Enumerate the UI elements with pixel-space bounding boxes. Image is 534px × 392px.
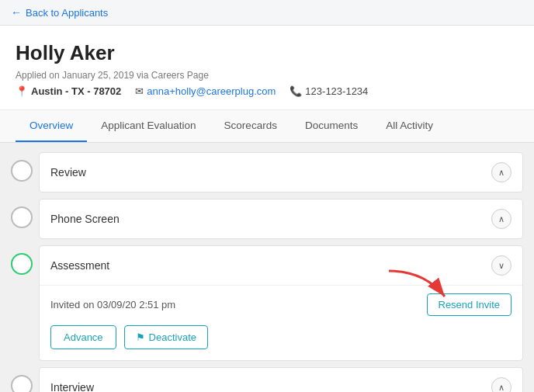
stage-title-assessment: Assessment — [50, 259, 109, 272]
chevron-review[interactable]: ∧ — [491, 162, 511, 182]
email-item: ✉ anna+holly@careerplug.com — [135, 85, 276, 97]
stage-card-phone-screen: Phone Screen ∧ — [39, 199, 523, 239]
stage-circle-review — [11, 160, 33, 182]
tab-all-activity[interactable]: All Activity — [372, 110, 447, 142]
applicant-name: Holly Aker — [16, 41, 518, 65]
chevron-assessment[interactable]: ∨ — [491, 255, 511, 276]
resend-invite-button[interactable]: Resend Invite — [427, 293, 512, 316]
stage-row-assessment: Assessment ∨ Invited on 03/09/20 2:51 pm — [11, 245, 523, 361]
stage-header-interview[interactable]: Interview ∧ — [40, 368, 522, 392]
invite-row: Invited on 03/09/20 2:51 pm Resend Invit… — [50, 293, 511, 316]
stage-body-assessment: Invited on 03/09/20 2:51 pm Resend Invit… — [40, 285, 522, 360]
stage-card-review: Review ∧ — [39, 152, 523, 193]
stage-header-assessment[interactable]: Assessment ∨ — [40, 246, 522, 285]
advance-button[interactable]: Advance — [50, 325, 116, 349]
stage-header-phone-screen[interactable]: Phone Screen ∧ — [40, 199, 522, 238]
stage-title-review: Review — [50, 166, 86, 179]
deactivate-button[interactable]: ⚑ Deactivate — [124, 325, 208, 349]
tab-documents[interactable]: Documents — [291, 110, 372, 142]
email-icon: ✉ — [135, 85, 144, 97]
stage-row-interview: Interview ∧ — [11, 367, 523, 392]
invite-text: Invited on 03/09/20 2:51 pm — [50, 299, 175, 310]
contact-info: 📍 Austin - TX - 78702 ✉ anna+holly@caree… — [16, 85, 518, 97]
stage-title-interview: Interview — [50, 381, 94, 392]
email-link[interactable]: anna+holly@careerplug.com — [147, 85, 276, 97]
stage-row-review: Review ∧ — [11, 152, 523, 193]
stage-header-review[interactable]: Review ∧ — [40, 153, 522, 192]
action-buttons: Advance ⚑ Deactivate — [50, 325, 511, 349]
tab-applicant-evaluation[interactable]: Applicant Evaluation — [87, 110, 210, 142]
main-content: Review ∧ Phone Screen ∧ Assessment ∨ Inv… — [0, 143, 534, 392]
phone-item: 📞 123-123-1234 — [290, 85, 368, 97]
top-nav: ← Back to Applicants — [0, 0, 534, 26]
deactivate-icon: ⚑ — [136, 331, 145, 343]
stage-row-phone-screen: Phone Screen ∧ — [11, 199, 523, 239]
tab-navigation: Overview Applicant Evaluation Scorecards… — [0, 110, 534, 143]
stage-circle-assessment — [11, 253, 33, 275]
location-text: Austin - TX - 78702 — [31, 85, 121, 97]
tab-overview[interactable]: Overview — [16, 110, 87, 142]
back-arrow-icon: ← — [11, 6, 22, 19]
tab-scorecards[interactable]: Scorecards — [210, 110, 291, 142]
location-icon: 📍 — [16, 85, 28, 97]
stage-card-interview: Interview ∧ — [39, 367, 523, 392]
stage-circle-phone-screen — [11, 206, 33, 228]
chevron-interview[interactable]: ∧ — [491, 377, 511, 392]
stage-title-phone-screen: Phone Screen — [50, 213, 120, 225]
stage-circle-interview — [11, 375, 33, 392]
location-item: 📍 Austin - TX - 78702 — [16, 85, 121, 97]
applicant-header: Holly Aker Applied on January 25, 2019 v… — [0, 26, 534, 110]
stage-card-assessment: Assessment ∨ Invited on 03/09/20 2:51 pm — [39, 245, 523, 361]
back-label: Back to Applicants — [26, 7, 108, 19]
chevron-phone-screen[interactable]: ∧ — [491, 209, 511, 229]
deactivate-label: Deactivate — [149, 331, 196, 343]
phone-icon: 📞 — [290, 85, 302, 97]
applied-info: Applied on January 25, 2019 via Careers … — [16, 70, 518, 81]
back-to-applicants-link[interactable]: ← Back to Applicants — [11, 6, 108, 19]
phone-text: 123-123-1234 — [305, 85, 368, 97]
